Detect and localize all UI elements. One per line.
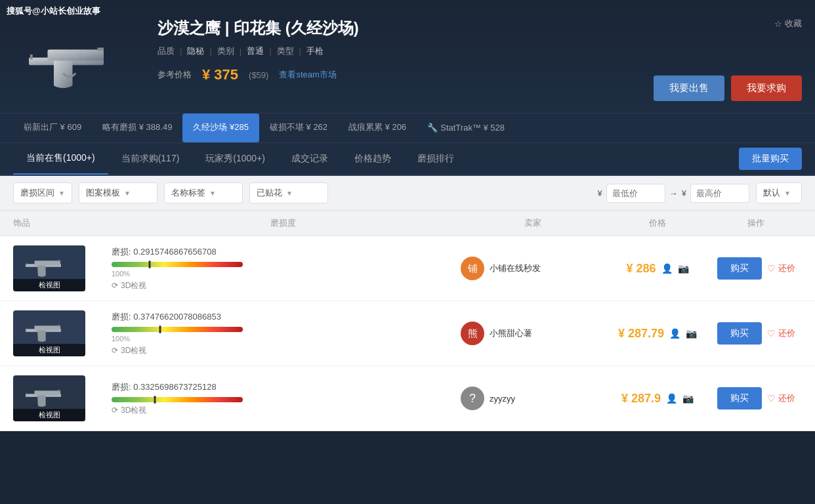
- table-header-0: 饰品: [13, 217, 105, 229]
- wear-value: 磨损: 0.3747662007808685​3: [112, 311, 454, 323]
- action-cell: 购买 ♡ 还价: [710, 322, 802, 345]
- name-tag-filter[interactable]: 名称标签 ▼: [164, 182, 243, 203]
- type-value: 手枪: [306, 45, 324, 57]
- wear-range-filter[interactable]: 磨损区间 ▼: [13, 182, 72, 203]
- collect-button[interactable]: ☆ 收藏: [774, 18, 802, 30]
- stattrak-icon: 🔧: [427, 123, 438, 133]
- wear-tab-slightly[interactable]: 略有磨损 ¥ 388.49: [92, 114, 182, 142]
- buy-button[interactable]: 我要求购: [731, 75, 802, 101]
- seller-info: 熊 小熊甜心薯: [461, 322, 605, 345]
- top-header: 搜狐号@小站长创业故事: [0, 0, 815, 113]
- sticker-filter[interactable]: 已贴花 ▼: [249, 182, 328, 203]
- counter-offer-button[interactable]: ♡ 还价: [767, 392, 795, 404]
- star-icon: ☆: [774, 19, 782, 29]
- sort-filter[interactable]: 默认 ▼: [756, 182, 802, 203]
- table-header-4: 操作: [710, 217, 802, 229]
- wear-value: 磨损: 0.3325698673725128: [112, 381, 454, 393]
- table-header-2: 卖家: [461, 217, 605, 229]
- item-title: 沙漠之鹰 | 印花集 (久经沙场): [157, 18, 640, 39]
- quality-label: 品质: [157, 45, 175, 57]
- main-tab-player_show[interactable]: 玩家秀(1000+): [192, 144, 278, 174]
- person-icon[interactable]: 👤: [669, 328, 680, 339]
- batch-buy-button[interactable]: 批量购买: [739, 148, 802, 170]
- chevron-down-icon: ▼: [209, 190, 216, 197]
- svg-rect-10: [35, 261, 61, 265]
- heart-icon: ♡: [767, 328, 776, 339]
- type-label: 类型: [277, 45, 294, 57]
- wear-value: 磨损: 0.2915746867656708: [112, 246, 454, 258]
- main-tab-transaction[interactable]: 成交记录: [278, 144, 341, 174]
- item-thumb-label[interactable]: 检视图: [13, 344, 85, 356]
- svg-rect-20: [58, 390, 60, 391]
- reference-price-usd: ($59): [249, 70, 268, 80]
- steam-market-link[interactable]: 查看steam市场: [279, 69, 336, 81]
- inspect-label: 3D检视: [121, 405, 146, 416]
- header-actions: ☆ 收藏 我要出售 我要求购: [654, 8, 802, 101]
- svg-rect-12: [58, 260, 60, 261]
- item-price: ¥ 286 👤 📷: [605, 262, 710, 276]
- table-row: 检视图 磨损: 0.3747662007808685​3 100% ⟳ 3D检视…: [0, 301, 815, 366]
- camera-icon[interactable]: 📷: [686, 328, 697, 339]
- price-max-input[interactable]: [690, 184, 749, 203]
- seller-info: ? zyyzyy: [461, 387, 605, 410]
- rotate-icon: ⟳: [112, 281, 118, 290]
- svg-rect-3: [98, 48, 104, 51]
- buy-item-button[interactable]: 购买: [717, 387, 762, 410]
- inspect-3d-button[interactable]: ⟳ 3D检视: [112, 345, 454, 356]
- wear-tabs: 崭新出厂 ¥ 609略有磨损 ¥ 388.49久经沙场 ¥285破损不堪 ¥ 2…: [0, 113, 815, 143]
- wear-tab-worn[interactable]: 久经沙场 ¥285: [182, 114, 259, 142]
- inspect-label: 3D检视: [121, 345, 146, 356]
- svg-rect-14: [35, 326, 61, 330]
- category-value: 普通: [247, 45, 264, 57]
- chevron-down-icon: ▼: [124, 190, 131, 197]
- sell-button[interactable]: 我要出售: [654, 75, 724, 101]
- main-tab-wanted[interactable]: 当前求购(117): [108, 144, 193, 174]
- item-thumb-label[interactable]: 检视图: [13, 279, 85, 291]
- camera-icon[interactable]: 📷: [678, 263, 689, 274]
- price-min-input[interactable]: [606, 184, 665, 203]
- gun-image-area: [13, 21, 144, 113]
- rotate-icon: ⟳: [112, 346, 118, 355]
- watermark-logo: 搜狐号@小站长创业故事: [7, 5, 100, 17]
- main-tab-price_trend[interactable]: 价格趋势: [341, 144, 404, 174]
- price-cell: ¥ 287.79 👤 📷: [605, 327, 710, 341]
- wear-indicator: [154, 396, 156, 404]
- wear-bar: [112, 262, 243, 267]
- wear-pct: 100%: [112, 335, 454, 343]
- item-thumbnail[interactable]: 检视图: [13, 245, 85, 291]
- quality-value: 隐秘: [187, 45, 204, 57]
- counter-offer-button[interactable]: ♡ 还价: [767, 262, 795, 274]
- main-tabs-row: 当前在售(1000+)当前求购(117)玩家秀(1000+)成交记录价格趋势磨损…: [0, 143, 815, 176]
- wear-info: 磨损: 0.3325698673725128 ⟳ 3D检视: [105, 381, 461, 416]
- item-thumbnail[interactable]: 检视图: [13, 375, 85, 421]
- item-thumb-label[interactable]: 检视图: [13, 409, 85, 421]
- svg-rect-15: [26, 327, 27, 329]
- person-icon[interactable]: 👤: [661, 263, 673, 274]
- counter-offer-label: 还价: [778, 327, 795, 339]
- heart-icon: ♡: [767, 263, 776, 274]
- gun-image: [16, 31, 141, 103]
- person-icon[interactable]: 👤: [666, 393, 677, 404]
- camera-icon[interactable]: 📷: [682, 393, 694, 404]
- item-info: 沙漠之鹰 | 印花集 (久经沙场) 品质 | 隐秘 | 类别 | 普通 | 类型…: [157, 8, 640, 83]
- wear-tab-new[interactable]: 崭新出厂 ¥ 609: [13, 114, 92, 142]
- seller-name: 小熊甜心薯: [490, 327, 532, 339]
- inspect-3d-button[interactable]: ⟳ 3D检视: [112, 280, 454, 291]
- wear-tab-broken[interactable]: 破损不堪 ¥ 262: [259, 114, 338, 142]
- chevron-down-icon: ▼: [58, 190, 65, 197]
- wear-bar: [112, 327, 243, 332]
- inspect-3d-button[interactable]: ⟳ 3D检视: [112, 405, 454, 416]
- main-tab-on_sale[interactable]: 当前在售(1000+): [13, 143, 108, 175]
- buy-item-button[interactable]: 购买: [717, 322, 762, 345]
- item-thumbnail[interactable]: 检视图: [13, 310, 85, 356]
- heart-icon: ♡: [767, 393, 776, 404]
- pattern-filter[interactable]: 图案模板 ▼: [79, 182, 157, 203]
- svg-rect-16: [58, 325, 60, 326]
- main-tab-wear_rank[interactable]: 磨损排行: [404, 144, 467, 174]
- buy-item-button[interactable]: 购买: [717, 257, 762, 280]
- wear-tab-battle[interactable]: 战痕累累 ¥ 206: [338, 114, 417, 142]
- wear-tab-stattrak[interactable]: 🔧StatTrak™ ¥ 528: [417, 115, 515, 142]
- price-cell: ¥ 287.9 👤 📷: [605, 392, 710, 406]
- reference-price-cny: ¥ 375: [202, 66, 238, 83]
- counter-offer-button[interactable]: ♡ 还价: [767, 327, 795, 339]
